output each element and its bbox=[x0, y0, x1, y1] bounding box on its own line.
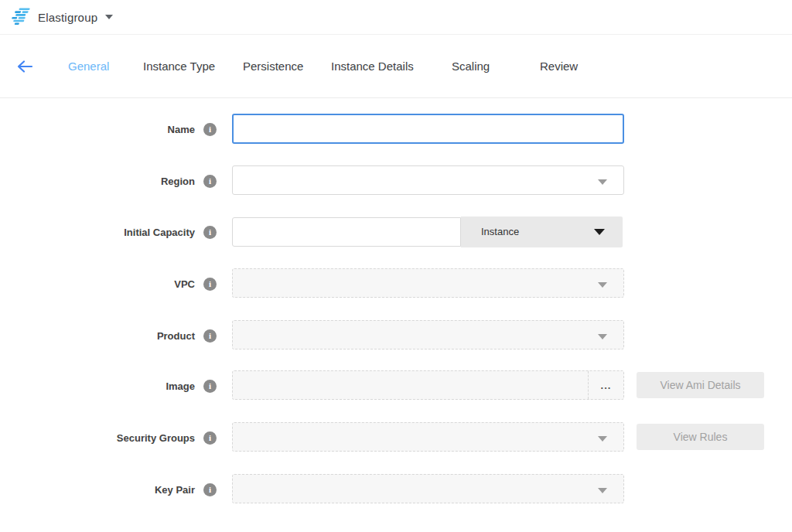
tab-instance-type[interactable]: Instance Type bbox=[143, 36, 215, 97]
tab-scaling[interactable]: Scaling bbox=[452, 36, 490, 97]
product-select bbox=[232, 320, 624, 350]
elastigroup-logo-icon bbox=[10, 8, 31, 26]
info-icon[interactable]: i bbox=[203, 329, 217, 343]
general-form: Name i Region i Initial Capacity i Insta… bbox=[0, 98, 792, 532]
form-row-product: Product i bbox=[0, 320, 792, 353]
chevron-down-icon bbox=[598, 488, 607, 493]
security-groups-select bbox=[232, 422, 624, 452]
chevron-down-icon bbox=[598, 436, 607, 442]
capacity-unit-value: Instance bbox=[481, 226, 519, 237]
tab-general[interactable]: General bbox=[68, 36, 109, 97]
initial-capacity-input[interactable] bbox=[232, 217, 461, 247]
chevron-down-icon bbox=[598, 282, 607, 288]
key-pair-select bbox=[232, 474, 624, 503]
form-row-region: Region i bbox=[0, 165, 792, 198]
back-arrow-icon bbox=[16, 60, 33, 73]
image-input: ... bbox=[232, 370, 624, 400]
tab-persistence[interactable]: Persistence bbox=[243, 36, 303, 97]
info-icon[interactable]: i bbox=[203, 483, 217, 496]
chevron-down-icon[interactable] bbox=[105, 15, 113, 19]
chevron-down-icon bbox=[598, 179, 607, 185]
form-row-key-pair: Key Pair i bbox=[0, 474, 792, 506]
info-icon[interactable]: i bbox=[203, 278, 217, 291]
view-rules-button: View Rules bbox=[637, 424, 764, 450]
chevron-down-icon bbox=[598, 334, 607, 339]
image-label: Image bbox=[166, 380, 195, 392]
product-label: Product bbox=[157, 330, 195, 342]
form-row-security-groups: Security Groups i View Rules bbox=[0, 422, 792, 455]
tab-review[interactable]: Review bbox=[540, 36, 578, 97]
chevron-down-icon bbox=[594, 229, 605, 235]
info-icon[interactable]: i bbox=[203, 123, 217, 136]
vpc-select bbox=[232, 268, 624, 298]
form-row-name: Name i bbox=[0, 114, 792, 146]
region-label: Region bbox=[161, 176, 195, 187]
capacity-unit-select[interactable]: Instance bbox=[461, 217, 623, 247]
form-row-initial-capacity: Initial Capacity i Instance bbox=[0, 217, 792, 249]
info-icon[interactable]: i bbox=[203, 226, 217, 239]
back-button[interactable] bbox=[15, 57, 34, 76]
app-header: Elastigroup bbox=[0, 0, 792, 35]
info-icon[interactable]: i bbox=[203, 431, 217, 445]
ellipsis-icon: ... bbox=[601, 380, 612, 391]
name-input[interactable] bbox=[232, 114, 624, 144]
key-pair-label: Key Pair bbox=[155, 484, 195, 496]
app-switcher-title[interactable]: Elastigroup bbox=[38, 11, 97, 24]
view-ami-details-button: View Ami Details bbox=[637, 372, 764, 398]
form-row-image: Image i ... View Ami Details bbox=[0, 370, 792, 403]
info-icon[interactable]: i bbox=[203, 175, 217, 188]
name-label: Name bbox=[168, 124, 195, 135]
wizard-tabbar: General Instance Type Persistence Instan… bbox=[0, 36, 792, 98]
security-groups-label: Security Groups bbox=[117, 432, 195, 444]
browse-image-button: ... bbox=[588, 371, 623, 399]
form-row-vpc: VPC i bbox=[0, 268, 792, 301]
region-select[interactable] bbox=[232, 165, 624, 195]
info-icon[interactable]: i bbox=[203, 380, 217, 393]
initial-capacity-label: Initial Capacity bbox=[124, 227, 195, 238]
vpc-label: VPC bbox=[174, 278, 195, 290]
tab-instance-details[interactable]: Instance Details bbox=[331, 36, 414, 97]
